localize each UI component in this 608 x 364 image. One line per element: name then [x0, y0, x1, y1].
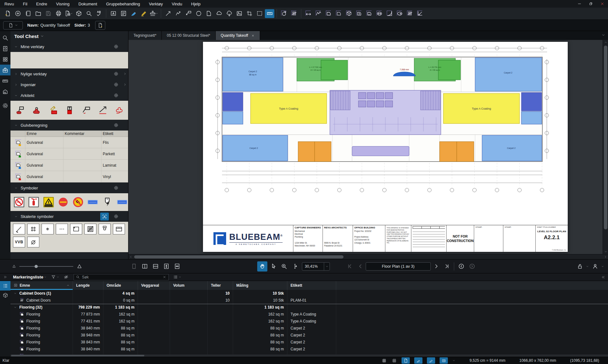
louver-symbol-icon[interactable]: [84, 224, 96, 234]
search-input[interactable]: [82, 275, 160, 279]
table-row[interactable]: Flooring38 948 mm88 sq m88 sq mCarpet 2: [10, 332, 608, 339]
zoom-dropdown-icon[interactable]: [324, 263, 330, 270]
sketch-mode-icon[interactable]: [414, 357, 422, 364]
menu-gruppebehandling[interactable]: Gruppebehandling: [101, 0, 144, 8]
gulv-row-parkett[interactable]: GulvarealParkett: [10, 148, 128, 160]
measurements-button[interactable]: [0, 75, 10, 86]
gear-icon[interactable]: [114, 185, 119, 190]
cloud-button[interactable]: [214, 9, 224, 18]
scroll-down-icon[interactable]: [603, 249, 608, 254]
area-button[interactable]: [324, 9, 333, 18]
four-outlets-symbol-icon[interactable]: [27, 224, 39, 234]
count-tool-button[interactable]: [405, 9, 415, 18]
table-row[interactable]: Flooring38 840 mm88 sq m88 sq mCarpet 2: [10, 346, 608, 353]
gear-icon[interactable]: [114, 44, 119, 49]
table-row[interactable]: Flooring77 431 mm162 sq m162 sq mType A …: [10, 318, 608, 325]
slider-handle[interactable]: [35, 265, 38, 268]
highlight-area-tool-button[interactable]: [47, 103, 60, 117]
chevron-down-icon[interactable]: [40, 34, 44, 38]
volume-button[interactable]: [344, 9, 354, 18]
markup-scrollbar[interactable]: [10, 354, 608, 357]
markup-list-tab[interactable]: [0, 281, 10, 291]
single-page-button[interactable]: [129, 261, 139, 271]
email-export-button[interactable]: [64, 9, 73, 18]
close-button[interactable]: [597, 0, 608, 8]
tab-overflow-icon[interactable]: [601, 33, 605, 37]
section-nylige-verktoy[interactable]: Nylige verktøy: [10, 68, 128, 79]
polylength-button[interactable]: [314, 9, 323, 18]
filter-icon[interactable]: [51, 275, 56, 279]
expand-arrow-icon[interactable]: [123, 72, 127, 76]
settings-button[interactable]: [0, 100, 10, 111]
column-etikett[interactable]: Etikett: [287, 281, 336, 290]
horizontal-scrollbar[interactable]: [128, 254, 608, 259]
search-button[interactable]: [0, 32, 10, 43]
no-entry-sign-icon[interactable]: [57, 195, 69, 209]
scroll-left-icon[interactable]: [128, 254, 134, 259]
stamp-button[interactable]: [149, 9, 159, 18]
document-type-selector[interactable]: [3, 21, 23, 29]
gear-icon[interactable]: [114, 71, 119, 76]
toilet-power-symbol-icon[interactable]: [101, 195, 113, 209]
cloud-plus-button[interactable]: [224, 9, 234, 18]
fire-extinguisher-sign-icon[interactable]: [28, 195, 39, 209]
menu-vindu[interactable]: Vindu: [167, 0, 187, 8]
chevron-down-icon[interactable]: [586, 265, 589, 268]
next-page-button[interactable]: [431, 261, 441, 271]
save-button[interactable]: [43, 9, 53, 18]
calibrate-button[interactable]: [279, 9, 289, 18]
cloud-tool-button[interactable]: [30, 103, 43, 117]
page-mode-icon[interactable]: [402, 357, 410, 364]
close-tab-icon[interactable]: [251, 34, 255, 37]
highlighter-button[interactable]: [139, 9, 148, 18]
section-arkitekt[interactable]: Arkitekt: [10, 90, 128, 101]
chevron-down-icon[interactable]: [43, 276, 47, 278]
package-button[interactable]: [74, 9, 83, 18]
previous-view-button[interactable]: [456, 261, 466, 271]
callout-button[interactable]: [184, 9, 193, 18]
perimeter-button[interactable]: [334, 9, 343, 18]
first-page-button[interactable]: [344, 261, 355, 271]
column-veggareal[interactable]: Veggareal: [138, 281, 170, 290]
gear-icon[interactable]: [114, 123, 119, 128]
expand-panel-icon[interactable]: [0, 275, 10, 279]
table-row[interactable]: Flooring38 843 mm88 sq m88 sq mCarpet 2: [10, 339, 608, 346]
search-button[interactable]: [84, 9, 94, 18]
scroll-up-icon[interactable]: [603, 40, 608, 45]
column-volum[interactable]: Volum: [170, 281, 208, 290]
list-options-icon[interactable]: [173, 275, 178, 279]
spellcheck-button[interactable]: [94, 9, 104, 18]
image-button[interactable]: [234, 9, 244, 18]
table-row[interactable]: Flooring38 840 mm88 sq m88 sq mCarpet 2: [10, 325, 608, 332]
fit-page-button[interactable]: [161, 261, 171, 271]
point-symbol-icon[interactable]: [42, 224, 54, 234]
spec-plate-sign-icon[interactable]: [87, 195, 98, 209]
measure-ruler-button[interactable]: [265, 9, 274, 18]
vertical-scrollbar[interactable]: [603, 40, 608, 254]
text-box-button[interactable]: [108, 9, 118, 18]
tab-quantity-takeoff[interactable]: Quantity Takeoff: [216, 31, 260, 40]
profile-icon[interactable]: [590, 261, 600, 271]
crop-button[interactable]: [245, 9, 254, 18]
table-row[interactable]: Cabinet Doors (1)4 sq m1010 Stk: [10, 290, 608, 297]
drawing-canvas[interactable]: Type A Coating Type A Coating Carpet 2 8…: [128, 40, 603, 254]
table-row[interactable]: Flooring (32)798 229 mm1 183 sq m1 183 s…: [10, 304, 608, 311]
folder-open-button[interactable]: [33, 9, 43, 18]
section-skalerte-symboler[interactable]: Skalerte symboler: [10, 211, 128, 222]
spaces-button[interactable]: [0, 86, 10, 97]
window-symbol-icon[interactable]: [70, 224, 82, 234]
pen-mode-icon[interactable]: [427, 357, 435, 364]
page-navigation-field[interactable]: [366, 262, 431, 271]
chevron-down-icon[interactable]: [452, 359, 455, 362]
chevron-down-icon[interactable]: [601, 265, 604, 268]
no-smoking-sign-icon[interactable]: [13, 195, 25, 209]
prev-page-button[interactable]: [355, 261, 365, 271]
print-button[interactable]: [54, 9, 63, 18]
cloud-pen-tool-button[interactable]: [113, 103, 126, 117]
open-button[interactable]: [13, 9, 23, 18]
gear-icon[interactable]: [114, 82, 119, 87]
select-text-button[interactable]: [290, 261, 300, 271]
spec-plate-sign-2-button[interactable]: [116, 195, 128, 209]
slider-track[interactable]: [19, 266, 73, 267]
split-horizontal-button[interactable]: [150, 261, 160, 271]
